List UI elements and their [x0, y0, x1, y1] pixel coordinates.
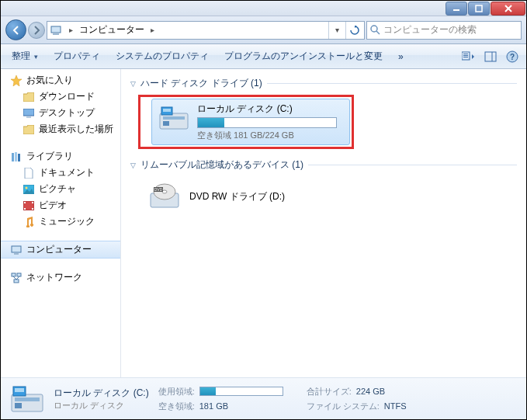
- forward-button[interactable]: [28, 22, 45, 39]
- main-panel: ハード ディスク ドライブ (1) ローカル ディスク (C:) 空き領域 18…: [121, 69, 526, 377]
- drive-c[interactable]: ローカル ディスク (C:) 空き領域 181 GB/224 GB: [151, 99, 350, 145]
- group-hard-disk[interactable]: ハード ディスク ドライブ (1): [130, 77, 517, 90]
- group-label: リムーバブル記憶域があるデバイス (1): [140, 158, 303, 172]
- highlight-box: ローカル ディスク (C:) 空き領域 181 GB/224 GB: [138, 95, 354, 149]
- svg-rect-18: [12, 153, 14, 161]
- sidebar-item-music[interactable]: ミュージック: [1, 213, 120, 230]
- svg-rect-36: [163, 116, 185, 120]
- search-icon: [370, 25, 380, 35]
- svg-rect-27: [32, 208, 33, 210]
- details-title: ローカル ディスク (C:): [54, 387, 149, 400]
- folder-icon: [23, 91, 35, 103]
- svg-rect-31: [17, 273, 21, 276]
- sidebar-item-desktop[interactable]: デスクトップ: [1, 105, 120, 121]
- details-total-label: 合計サイズ:: [307, 386, 352, 397]
- uninstall-button[interactable]: プログラムのアンインストールと変更: [218, 47, 389, 65]
- group-label: ハード ディスク ドライブ (1): [140, 77, 262, 90]
- music-icon: [23, 216, 35, 228]
- system-properties-button[interactable]: システムのプロパティ: [109, 47, 215, 65]
- breadcrumb[interactable]: コンピューター: [79, 23, 144, 36]
- sidebar-label: コンピューター: [26, 243, 92, 256]
- details-fs-label: ファイル システム:: [307, 401, 380, 412]
- sidebar-label: お気に入り: [26, 74, 73, 87]
- document-icon: [23, 167, 35, 179]
- sidebar-libraries[interactable]: ライブラリ: [1, 148, 120, 165]
- sidebar-item-label: ダウンロード: [39, 90, 95, 103]
- folder-icon: [23, 123, 35, 136]
- chevron-right-icon: ▸: [66, 26, 76, 34]
- sidebar-item-downloads[interactable]: ダウンロード: [1, 89, 120, 105]
- details-pane: ローカル ディスク (C:) ローカル ディスク 使用領域: 空き領域: 181…: [1, 377, 526, 419]
- minimize-button[interactable]: [446, 2, 467, 16]
- libraries-icon: [10, 151, 23, 163]
- desktop-icon: [23, 107, 35, 120]
- preview-pane-button[interactable]: [481, 47, 500, 66]
- sidebar-network[interactable]: ネットワーク: [1, 269, 120, 286]
- picture-icon: [23, 183, 35, 196]
- sidebar-item-documents[interactable]: ドキュメント: [1, 165, 120, 181]
- divider: [267, 83, 517, 84]
- sidebar-item-pictures[interactable]: ピクチャ: [1, 181, 120, 197]
- svg-rect-16: [23, 109, 34, 116]
- computer-icon: [10, 244, 23, 256]
- navigation-pane: お気に入り ダウンロード デスクトップ 最近表示した場所 ライブラリ ドキュメン…: [1, 69, 121, 377]
- usage-bar: [197, 117, 337, 128]
- svg-rect-26: [32, 202, 33, 203]
- network-icon: [10, 272, 23, 284]
- address-dropdown-button[interactable]: ▾: [328, 22, 345, 39]
- group-removable[interactable]: リムーバブル記憶域があるデバイス (1): [130, 158, 517, 172]
- svg-rect-37: [163, 121, 169, 126]
- usage-bar-fill: [198, 118, 224, 127]
- view-button[interactable]: [459, 47, 478, 66]
- maximize-button[interactable]: [468, 2, 490, 16]
- svg-rect-39: [163, 109, 171, 112]
- sidebar-item-label: ビデオ: [39, 199, 67, 212]
- computer-icon: [49, 23, 63, 37]
- details-fs-value: NTFS: [384, 401, 407, 411]
- svg-rect-20: [18, 154, 20, 161]
- refresh-button[interactable]: [345, 22, 362, 39]
- address-bar[interactable]: ▸ コンピューター ▸ ▾: [47, 21, 365, 40]
- details-free-value: 181 GB: [199, 401, 228, 411]
- svg-rect-1: [476, 5, 482, 12]
- sidebar-item-videos[interactable]: ビデオ: [1, 197, 120, 213]
- window-titlebar: [1, 1, 526, 16]
- toolbar-more-button[interactable]: »: [392, 49, 410, 64]
- svg-rect-46: [15, 397, 40, 401]
- drive-name: ローカル ディスク (C:): [197, 102, 345, 116]
- svg-rect-49: [15, 388, 24, 392]
- svg-rect-17: [26, 116, 31, 118]
- sidebar-item-recent[interactable]: 最近表示した場所: [1, 121, 120, 137]
- svg-rect-32: [14, 279, 19, 283]
- address-row: ▸ コンピューター ▸ ▾ コンピューターの検索: [1, 16, 526, 44]
- sidebar-item-label: ドキュメント: [39, 166, 95, 179]
- video-icon: [23, 200, 35, 212]
- svg-rect-28: [12, 246, 21, 252]
- back-button[interactable]: [5, 19, 26, 40]
- svg-rect-12: [485, 52, 496, 61]
- hdd-icon: [157, 102, 191, 134]
- close-button[interactable]: [491, 2, 525, 16]
- organize-button[interactable]: 整理: [5, 47, 44, 65]
- svg-point-6: [371, 26, 377, 32]
- divider: [308, 165, 517, 165]
- svg-line-33: [13, 276, 16, 279]
- drive-dvd[interactable]: DVD DVD RW ドライブ (D:): [143, 176, 517, 217]
- search-input[interactable]: コンピューターの検索: [366, 21, 522, 40]
- svg-rect-25: [24, 208, 26, 210]
- details-usage-bar: [199, 387, 283, 396]
- svg-rect-30: [12, 273, 16, 276]
- toolbar: 整理 プロパティ システムのプロパティ プログラムのアンインストールと変更 » …: [1, 44, 526, 69]
- svg-rect-5: [53, 33, 59, 35]
- sidebar-favorites[interactable]: お気に入り: [1, 72, 120, 89]
- svg-rect-47: [15, 403, 22, 408]
- details-free-label: 空き領域:: [158, 401, 195, 412]
- sidebar-computer[interactable]: コンピューター: [1, 241, 120, 259]
- svg-text:DVD: DVD: [154, 187, 163, 192]
- sidebar-label: ライブラリ: [26, 150, 73, 163]
- details-total-value: 224 GB: [356, 387, 385, 396]
- svg-line-34: [16, 276, 19, 279]
- properties-button[interactable]: プロパティ: [47, 47, 106, 65]
- svg-point-22: [26, 186, 28, 189]
- help-button[interactable]: ?: [503, 47, 522, 66]
